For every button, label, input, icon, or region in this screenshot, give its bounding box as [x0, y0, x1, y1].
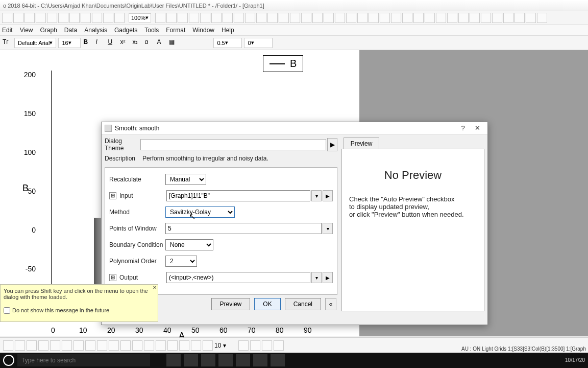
toolbar-icon[interactable] — [357, 13, 368, 23]
method-select[interactable]: Savitzky-Golay — [165, 206, 235, 218]
flyout-icon[interactable]: ▶ — [323, 190, 333, 201]
menu-format[interactable]: Format — [166, 27, 185, 34]
tooltip-close-icon[interactable]: ✕ — [153, 285, 157, 290]
tool-icon[interactable] — [274, 340, 284, 351]
tool-icon[interactable] — [62, 340, 72, 351]
tooltip-checkbox[interactable]: Do not show this message in the future — [4, 307, 155, 314]
collapse-preview-icon[interactable]: « — [325, 298, 336, 310]
toolbar-icon[interactable] — [290, 13, 300, 23]
ok-button[interactable]: OK — [254, 298, 280, 310]
tool-icon[interactable] — [15, 340, 25, 351]
tool-icon[interactable] — [3, 340, 13, 351]
output-field[interactable] — [166, 272, 310, 283]
poly-select[interactable]: 2 — [165, 256, 197, 267]
menu-window[interactable]: Window — [192, 27, 214, 34]
size-combo[interactable]: 10 ▾ — [214, 342, 237, 349]
menu-tools[interactable]: Tools — [144, 27, 159, 34]
app-icon[interactable] — [218, 354, 233, 366]
italic-icon[interactable]: I — [95, 38, 105, 48]
recorder-icon[interactable] — [253, 354, 267, 366]
menu-data[interactable]: Data — [64, 27, 77, 34]
toolbar-icon[interactable] — [447, 13, 457, 23]
toolbar-icon[interactable] — [178, 13, 188, 23]
boundary-select[interactable]: None — [165, 239, 213, 250]
font-icon[interactable]: Tг — [2, 38, 12, 48]
toolbar-icon[interactable] — [458, 13, 469, 23]
font-color-icon[interactable]: A — [156, 38, 166, 48]
select-range-icon[interactable]: ▾ — [311, 272, 322, 283]
origin-icon[interactable] — [271, 354, 285, 366]
tool-icon[interactable] — [109, 340, 119, 351]
toolbar-icon[interactable] — [166, 13, 177, 23]
toolbar-icon[interactable] — [267, 13, 278, 23]
toolbar-icon[interactable] — [537, 13, 547, 23]
fill-icon[interactable]: ▦ — [168, 38, 179, 48]
tool-icon[interactable] — [27, 340, 37, 351]
font-combo[interactable]: Default: Arial ▾ — [14, 38, 56, 48]
toolbar-icon[interactable] — [470, 13, 480, 23]
toolbar-icon[interactable] — [155, 13, 165, 23]
expand-icon[interactable]: ⊞ — [109, 192, 116, 199]
chrome-icon[interactable] — [201, 354, 215, 366]
explorer-icon[interactable] — [184, 354, 198, 366]
dialog-header[interactable]: Smooth: smooth ? ✕ — [102, 122, 487, 134]
tool-icon[interactable] — [50, 340, 60, 351]
points-input[interactable] — [165, 223, 322, 234]
toolbar-icon[interactable] — [324, 13, 334, 23]
line-width[interactable]: 0.5 ▾ — [213, 38, 242, 48]
toolbar-icon[interactable] — [346, 13, 356, 23]
tool-icon[interactable] — [250, 340, 260, 351]
tool-icon[interactable] — [203, 340, 213, 351]
toolbar-icon[interactable] — [492, 13, 502, 23]
toolbar-icon[interactable] — [369, 13, 379, 23]
alpha-icon[interactable]: α — [144, 38, 154, 48]
line-width-2[interactable]: 0 ▾ — [244, 38, 273, 48]
toolbar-icon[interactable] — [24, 13, 35, 23]
menu-analysis[interactable]: Analysis — [84, 27, 107, 34]
toolbar-icon[interactable] — [223, 13, 233, 23]
toolbar-icon[interactable] — [481, 13, 491, 23]
recalc-select[interactable]: Manual — [165, 174, 206, 185]
toolbar-icon[interactable] — [503, 13, 513, 23]
tray-clock[interactable]: 10/17/20 — [565, 357, 585, 363]
word-icon[interactable] — [236, 354, 250, 366]
tool-icon[interactable] — [262, 340, 272, 351]
toolbar-icon[interactable] — [279, 13, 289, 23]
tool-icon[interactable] — [179, 340, 189, 351]
super-icon[interactable]: x² — [119, 38, 130, 48]
toolbar-icon[interactable] — [256, 13, 266, 23]
tool-icon[interactable] — [74, 340, 84, 351]
theme-input[interactable] — [140, 139, 326, 150]
toolbar-icon[interactable] — [103, 13, 113, 23]
close-icon[interactable]: ✕ — [470, 123, 484, 133]
toolbar-icon[interactable] — [413, 13, 424, 23]
cancel-button[interactable]: Cancel — [285, 298, 321, 310]
theme-menu-icon[interactable]: ▶ — [327, 138, 337, 151]
toolbar-icon[interactable] — [234, 13, 244, 23]
preview-button[interactable]: Preview — [211, 298, 251, 310]
sub-icon[interactable]: x₂ — [132, 38, 142, 48]
tool-icon[interactable] — [167, 340, 178, 351]
font-size-combo[interactable]: 16 ▾ — [58, 38, 81, 48]
toolbar-icon[interactable] — [47, 13, 57, 23]
preview-tab[interactable]: Preview — [344, 137, 379, 149]
toolbar-icon[interactable] — [13, 13, 23, 23]
toolbar-icon[interactable] — [36, 13, 46, 23]
tool-icon[interactable] — [144, 340, 154, 351]
start-icon[interactable] — [3, 355, 14, 366]
tool-icon[interactable] — [38, 340, 48, 351]
help-icon[interactable]: ? — [456, 123, 470, 133]
toolbar-icon[interactable] — [58, 13, 68, 23]
taskbar-search[interactable] — [17, 354, 150, 366]
toolbar-icon[interactable] — [526, 13, 536, 23]
tool-icon[interactable] — [85, 340, 95, 351]
tool-icon[interactable] — [132, 340, 142, 351]
tool-icon[interactable] — [238, 340, 249, 351]
toolbar-icon[interactable] — [335, 13, 345, 23]
tool-icon[interactable] — [97, 340, 107, 351]
toolbar-icon[interactable] — [436, 13, 446, 23]
taskview-icon[interactable] — [166, 354, 181, 366]
zoom-combo[interactable]: 100% ▾ — [129, 13, 151, 22]
toolbar-icon[interactable] — [391, 13, 401, 23]
flyout-icon[interactable]: ▶ — [323, 272, 333, 283]
